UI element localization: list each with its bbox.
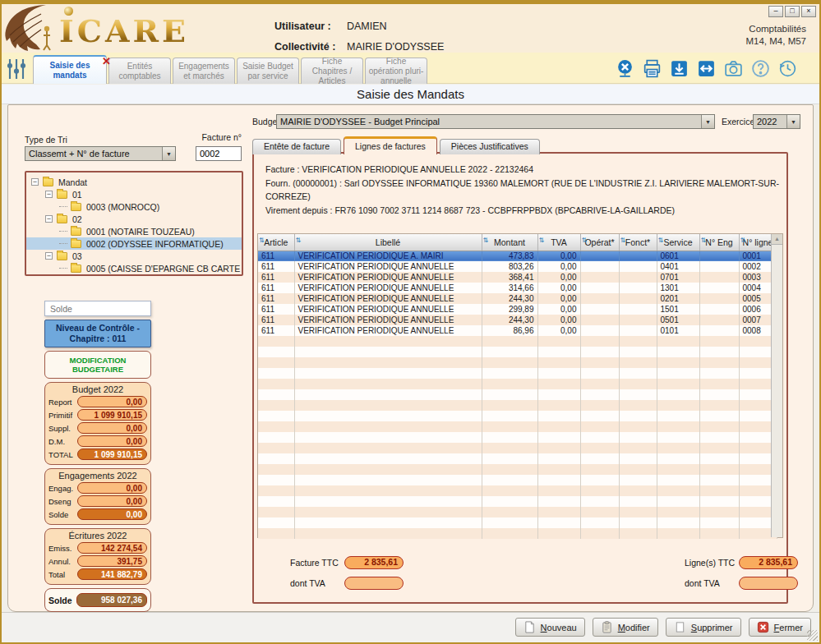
grid-empty-row[interactable] [258,389,777,400]
column-header-tva[interactable]: ⇅TVA [537,234,580,251]
grid-cell [258,336,294,347]
tab-fiche-op-ration-pluri-annuelle[interactable]: Fiche opération pluri-annuelle [365,58,427,84]
grid-cell [482,464,537,475]
tree-node-0001-notaire-touzeau[interactable]: 0001 (NOTAIRE TOUZEAU) [26,225,242,237]
grid-row[interactable]: 611VERIFICATION PERIODIQUE ANNUELLE244,3… [258,315,777,325]
grid-cell: 611 [258,261,294,272]
budget-select[interactable]: MAIRIE D'ODYSSEE - Budget Principal ▼ [276,114,715,129]
tab-close-icon[interactable]: ✕ [102,57,111,67]
grid-empty-row[interactable] [258,518,777,528]
grid-empty-row[interactable] [258,336,777,347]
grid-empty-row[interactable] [258,421,777,432]
sort-select[interactable]: Classemt + N° de facture ▼ [25,146,176,161]
grid-cell [482,368,537,379]
tab-saisie-budget-par-service[interactable]: Saisie Budget par service [237,58,299,84]
app-logo: ICARE [3,4,189,52]
tree-node-0003-monrocq[interactable]: 0003 (MONROCQ) [26,200,242,213]
grid-empty-row[interactable] [258,411,777,421]
grid-row[interactable]: 611VERIFICATION PERIODIQUE A. MAIRI473,8… [258,251,777,261]
close-button[interactable]: × [801,6,816,17]
grid-empty-row[interactable] [258,528,777,539]
column-header-n-eng[interactable]: ⇅N° Eng [699,234,739,251]
tree-node-02[interactable]: −02 [26,213,242,225]
tree-expander-icon[interactable]: − [31,178,39,186]
grid-row[interactable]: 611VERIFICATION PERIODIQUE ANNUELLE314,6… [258,283,777,293]
column-header-op-rat[interactable]: ⇅Opérat* [580,234,619,251]
tab-label: Entités comptables [112,62,168,81]
print-icon[interactable] [642,58,662,79]
grid-cell [619,347,657,357]
resize-grip[interactable] [807,630,818,641]
grid-row[interactable]: 611VERIFICATION PERIODIQUE ANNUELLE244,3… [258,293,777,304]
tab-saisie-des-mandats[interactable]: Saisie des mandats✕ [33,55,107,84]
tree-expander-icon[interactable]: − [45,191,53,198]
minimize-button[interactable]: – [768,6,783,17]
solde-input[interactable] [44,301,151,316]
column-header-montant[interactable]: ⇅Montant [482,234,537,251]
grid-row[interactable]: 611VERIFICATION PERIODIQUE ANNUELLE368,4… [258,272,777,283]
tree-expander-icon[interactable]: − [45,215,53,223]
grid-cell: VERIFICATION PERIODIQUE ANNUELLE [294,261,482,272]
remote-icon[interactable] [696,58,717,79]
maximize-button[interactable]: □ [785,6,800,17]
tree-node-0002-odyssee-informatique[interactable]: 0002 (ODYSSEE INFORMATIQUE) [26,237,242,250]
history-icon[interactable] [777,58,798,79]
exercice-select[interactable]: 2022 ▼ [753,114,800,129]
grid-cell: 0601 [657,251,699,261]
nouveau-button[interactable]: Nouveau [515,618,585,637]
export-icon[interactable] [669,58,690,79]
tree-node-label: 02 [72,214,82,224]
modifier-button[interactable]: Modifier [593,618,658,637]
grid-cell [580,251,619,261]
grid-cell [294,347,482,357]
tree-node-0005-caisse-d-epargne-cb-carte-bancaire[interactable]: 0005 (CAISSE D'EPARGNE CB CARTE BANCAIRE… [26,262,242,274]
solde-field-label: Primitif [48,411,77,420]
tree-node-01[interactable]: −01 [26,188,242,200]
grid-empty-row[interactable] [258,475,777,485]
tree-node-03[interactable]: −03 [26,250,242,262]
tree-node-mandat[interactable]: −Mandat [26,176,242,188]
grid-empty-row[interactable] [258,432,777,443]
grid-row[interactable]: 611VERIFICATION PERIODIQUE ANNUELLE86,96… [258,325,777,336]
grid-scrollbar[interactable]: ▲ [771,234,782,537]
supprimer-button[interactable]: Supprimer [666,618,741,637]
filter-sliders-icon[interactable] [3,56,30,80]
invoice-number-input[interactable] [196,146,242,161]
grid-cell: VERIFICATION PERIODIQUE ANNUELLE [294,293,482,304]
grid-empty-row[interactable] [258,379,777,389]
disconnect-icon[interactable] [615,58,635,79]
tab-lignes-de-factures[interactable]: Lignes de factures [344,136,437,154]
tab-ent-te-de-facture[interactable]: Entête de facture [252,139,341,154]
column-header-article[interactable]: ⇅Article [258,234,294,251]
fermer-button[interactable]: Fermer [749,618,811,637]
help-icon[interactable] [750,58,771,79]
tab-pi-ces-justificatives[interactable]: Pièces Justificatives [440,139,540,154]
screenshot-icon[interactable] [723,58,744,79]
column-header-fonct[interactable]: ⇅Fonct* [619,234,657,251]
grid-cell: 0,00 [537,304,580,315]
grid-empty-row[interactable] [258,347,777,357]
grid-empty-row[interactable] [258,485,777,496]
tab-engagements-et-march-s[interactable]: Engagements et marchés [173,58,235,84]
grid-empty-row[interactable] [258,507,777,518]
grid-empty-row[interactable] [258,464,777,475]
icarus-wing-icon [3,4,58,52]
grid-empty-row[interactable] [258,443,777,453]
grid-empty-row[interactable] [258,357,777,368]
scroll-up-icon[interactable]: ▲ [772,234,782,245]
grid-cell [699,293,739,304]
grid-empty-row[interactable] [258,400,777,411]
grid-empty-row[interactable] [258,368,777,379]
solde-field-label: Engag. [48,484,77,493]
column-header-libell[interactable]: ⇅Libellé [294,234,482,251]
grid-empty-row[interactable] [258,496,777,507]
tab-entit-s-comptables[interactable]: Entités comptables [108,58,171,84]
grid-row[interactable]: 611VERIFICATION PERIODIQUE ANNUELLE803,2… [258,261,777,272]
user-value: DAMIEN [347,16,387,37]
grid-empty-row[interactable] [258,453,777,464]
column-header-service[interactable]: ⇅Service [657,234,699,251]
grid-cell: VERIFICATION PERIODIQUE ANNUELLE [294,325,482,336]
tree-expander-icon[interactable]: − [45,252,53,260]
tab-fiche-chapitres-articles[interactable]: Fiche Chapitres / Articles [301,58,363,84]
grid-row[interactable]: 611VERIFICATION PERIODIQUE ANNUELLE299,8… [258,304,777,315]
